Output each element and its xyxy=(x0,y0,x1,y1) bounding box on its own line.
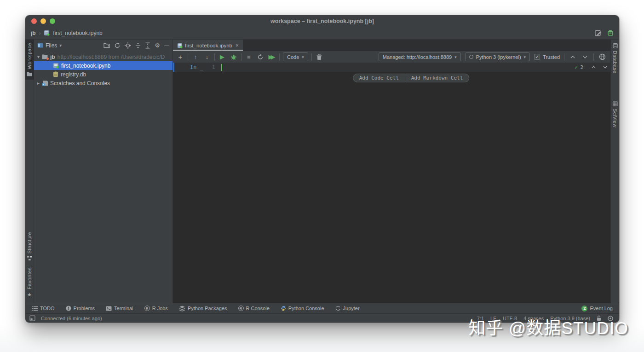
breadcrumb: jb › first_notebook.ipynb xyxy=(25,27,619,39)
add-markdown-cell-button[interactable]: Add Markdown Cell xyxy=(405,74,470,82)
inspection-count: 2 xyxy=(580,64,583,70)
expand-down-icon[interactable] xyxy=(581,52,589,62)
workspace-tab-label: Workspace xyxy=(27,43,32,69)
expand-all-icon[interactable] xyxy=(135,42,141,49)
stop-kernel-button[interactable]: ■ xyxy=(245,52,253,62)
toolwindow-tab-favorites[interactable]: Favorites ★ xyxy=(25,264,34,301)
close-tab-icon[interactable]: × xyxy=(236,42,239,49)
toolwindow-tab-todo[interactable]: TODO xyxy=(32,306,55,311)
terminal-label: Terminal xyxy=(114,306,133,311)
close-window-button[interactable] xyxy=(31,18,37,24)
collapse-all-icon[interactable] xyxy=(145,42,150,49)
add-code-cell-button[interactable]: Add Code Cell xyxy=(353,74,405,82)
sciview-tab-label: SciView xyxy=(612,109,618,127)
next-problem-icon[interactable] xyxy=(603,66,607,69)
toolwindow-tab-sciview[interactable]: SciView xyxy=(611,98,620,131)
run-cell-button[interactable]: ▶ xyxy=(218,52,226,62)
collapse-up-icon[interactable] xyxy=(569,52,577,62)
event-log-badge: 2 xyxy=(581,306,587,312)
files-panel-title[interactable]: Files xyxy=(46,42,57,49)
minimize-window-button[interactable] xyxy=(40,18,46,24)
watermark: 知乎 @数据STUDIO xyxy=(468,314,628,339)
notebook-file-icon xyxy=(44,30,50,36)
python-packages-label: Python Packages xyxy=(188,306,227,311)
toolwindow-tab-workspace[interactable]: Workspace xyxy=(25,40,34,80)
toolwindow-tab-terminal[interactable]: Terminal xyxy=(106,306,133,311)
traffic-lights xyxy=(25,18,55,24)
toolwindow-tab-jupyter[interactable]: Jupyter xyxy=(335,306,360,311)
move-cell-up-button[interactable]: ↑ xyxy=(191,52,200,62)
toolwindow-tab-r-jobs[interactable]: R R Jobs xyxy=(144,306,168,311)
editor-area: first_notebook.ipynb × + ↑ ↓ ▶ ■ xyxy=(173,40,610,303)
locate-file-icon[interactable] xyxy=(125,42,131,49)
delete-cell-button[interactable] xyxy=(315,52,323,62)
refresh-icon[interactable] xyxy=(114,42,121,49)
code-cell[interactable]: In _ 1 xyxy=(173,63,610,72)
jupyter-server-dropdown[interactable]: Managed: http://localhost:8889 ▾ xyxy=(379,52,461,61)
move-cell-down-button[interactable]: ↓ xyxy=(203,52,211,62)
trusted-checkbox[interactable]: ✓ xyxy=(534,54,540,60)
cell-type-dropdown[interactable]: Code ▾ xyxy=(283,52,308,61)
problems-label: Problems xyxy=(74,306,95,311)
chevron-down-icon: ▾ xyxy=(302,55,304,59)
toolwindow-tab-database[interactable]: Database xyxy=(611,40,620,77)
text-caret xyxy=(221,64,222,71)
toolwindow-tab-event-log[interactable]: 2 Event Log xyxy=(581,306,613,312)
tree-item-first-notebook[interactable]: first_notebook.ipynb xyxy=(34,61,172,70)
inspections-widget[interactable]: ✓ 2 xyxy=(575,64,607,70)
kernel-dropdown[interactable]: Python 3 (ipykernel) ▾ xyxy=(465,52,530,61)
notebook-editor[interactable]: In _ 1 ✓ 2 xyxy=(173,63,610,303)
zoom-window-button[interactable] xyxy=(50,18,55,24)
expand-chevron-icon[interactable]: ▸ xyxy=(37,81,40,86)
left-toolwindow-stripe: Workspace Structure Favorites ★ xyxy=(25,40,34,303)
files-dropdown-chevron-icon[interactable]: ▾ xyxy=(59,43,62,48)
tree-item-registry-db[interactable]: registry.db xyxy=(34,70,172,79)
server-folder-icon xyxy=(42,54,48,59)
bottom-toolwindow-bar: TODO Problems Terminal R R Jobs xyxy=(25,303,619,313)
restart-kernel-button[interactable] xyxy=(256,52,264,62)
notebook-server-icon[interactable] xyxy=(607,29,614,36)
editor-tabbar: first_notebook.ipynb × xyxy=(173,40,610,51)
toolwindow-tab-r-console[interactable]: R R Console xyxy=(238,306,270,311)
line-number: 1 xyxy=(212,64,215,70)
connection-status[interactable]: Connected (6 minutes ago) xyxy=(41,316,102,321)
settings-gear-icon[interactable]: ⚙ xyxy=(155,42,160,48)
run-all-cells-button[interactable]: ▶▶ xyxy=(268,52,276,62)
todo-label: TODO xyxy=(40,306,55,311)
trusted-toggle[interactable]: ✓ Trusted xyxy=(534,54,560,60)
toolwindow-tab-python-packages[interactable]: Python Packages xyxy=(179,306,227,312)
database-tab-label: Database xyxy=(612,51,618,74)
toolwindow-toggle-icon[interactable] xyxy=(29,315,35,321)
window-titlebar[interactable]: workspace – first_notebook.ipynb [jb] xyxy=(25,15,619,27)
breadcrumb-root[interactable]: jb xyxy=(31,30,36,36)
tree-item-jb-root[interactable]: ▾ jb http://localhost:8889 from /Users/d… xyxy=(34,52,172,61)
hide-panel-icon[interactable]: — xyxy=(164,43,169,48)
r-icon: R xyxy=(238,306,244,311)
terminal-icon xyxy=(106,306,112,311)
jupyter-label: Jupyter xyxy=(343,306,360,311)
toolwindow-tab-structure[interactable]: Structure xyxy=(25,229,34,264)
toolwindow-tab-problems[interactable]: Problems xyxy=(66,306,95,311)
open-in-browser-globe-icon[interactable] xyxy=(598,52,606,62)
editor-tab-first-notebook[interactable]: first_notebook.ipynb × xyxy=(173,40,243,51)
tree-item-name: first_notebook.ipynb xyxy=(61,63,110,69)
breadcrumb-file[interactable]: first_notebook.ipynb xyxy=(53,30,102,36)
structure-icon xyxy=(27,256,32,261)
event-log-label: Event Log xyxy=(590,306,613,311)
new-folder-icon[interactable] xyxy=(104,42,110,48)
structure-tab-label: Structure xyxy=(27,232,32,254)
toolwindow-tab-python-console[interactable]: Python Console xyxy=(281,306,324,311)
collapse-chevron-icon[interactable]: ▾ xyxy=(37,54,40,59)
add-cell-button[interactable]: + xyxy=(176,52,184,62)
editor-tab-title: first_notebook.ipynb xyxy=(185,43,232,48)
prev-problem-icon[interactable] xyxy=(592,66,596,69)
add-cell-buttons: Add Code Cell Add Markdown Cell xyxy=(353,74,470,82)
main-area: Workspace Structure Favorites ★ xyxy=(25,39,619,303)
file-tree: ▾ jb http://localhost:8889 from /Users/d… xyxy=(34,51,172,303)
debug-cell-button[interactable] xyxy=(230,52,238,62)
tree-item-scratches[interactable]: ▸ Scratches and Consoles xyxy=(34,79,172,87)
star-icon: ★ xyxy=(27,292,32,298)
notebook-toolbar: + ↑ ↓ ▶ ■ ▶▶ xyxy=(173,51,610,63)
files-panel-icon xyxy=(37,42,43,48)
edit-source-icon[interactable] xyxy=(595,29,602,36)
